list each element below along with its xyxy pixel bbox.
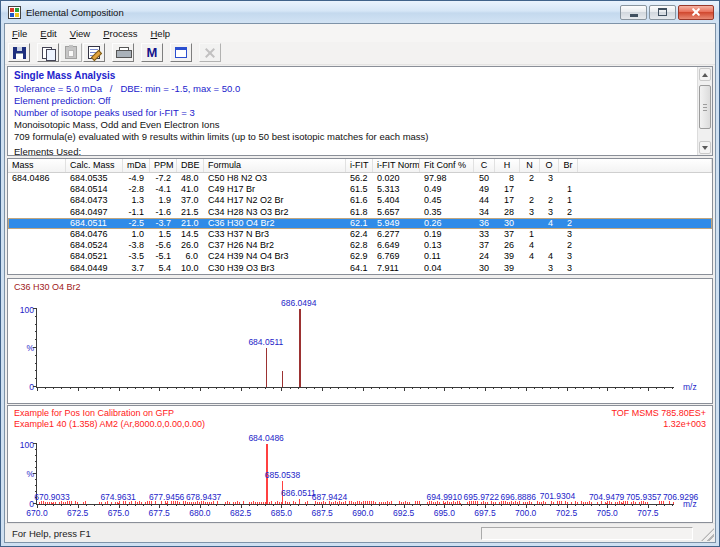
noise-tick xyxy=(199,502,200,505)
noise-tick xyxy=(545,502,546,504)
cell-filler xyxy=(578,263,712,274)
noise-tick xyxy=(365,501,366,504)
cell xyxy=(520,218,540,229)
axis-tick xyxy=(338,504,339,506)
axis-tick xyxy=(672,504,673,506)
maximize-button[interactable] xyxy=(649,5,676,20)
noise-tick xyxy=(227,501,228,504)
column-header-fit-conf-[interactable]: Fit Conf % xyxy=(420,159,474,172)
menu-view[interactable]: View xyxy=(64,26,97,41)
column-header-dbe[interactable]: DBE xyxy=(177,159,204,172)
cell: 10.0 xyxy=(177,263,204,274)
analysis-lines: Tolerance = 5.0 mDa / DBE: min = -1.5, m… xyxy=(14,83,692,156)
window-tile-icon xyxy=(175,47,187,58)
axis-tick xyxy=(257,504,258,506)
masslynx-m-button[interactable]: M xyxy=(141,43,163,62)
axis-tick xyxy=(200,387,201,391)
noise-tick xyxy=(237,501,238,504)
column-header-mda[interactable]: mDa xyxy=(123,159,150,172)
cell: 49 xyxy=(474,184,495,195)
x-tick-label: 682.5 xyxy=(230,508,251,518)
info-scrollbar[interactable] xyxy=(697,67,712,155)
x-tick-label: 672.5 xyxy=(67,508,88,518)
column-header-i-fit[interactable]: i-FIT xyxy=(346,159,373,172)
column-header-h[interactable]: H xyxy=(495,159,520,172)
column-header-calc-mass[interactable]: Calc. Mass xyxy=(66,159,123,172)
noise-tick xyxy=(513,502,514,504)
noise-tick xyxy=(71,501,72,504)
column-header-i-fit-norm[interactable]: i-FIT Norm xyxy=(373,159,420,172)
cell xyxy=(520,184,540,195)
column-header-ppm[interactable]: PPM xyxy=(150,159,177,172)
copy-button[interactable] xyxy=(37,43,59,62)
column-header-c[interactable]: C xyxy=(474,159,495,172)
table-row[interactable]: 684.0524-3.8-5.626.0C37 H26 N4 Br262.86.… xyxy=(8,240,712,251)
axis-tick xyxy=(314,387,315,389)
x-tick-label: 695.0 xyxy=(434,508,455,518)
axis-tick xyxy=(656,504,657,506)
axis-tick xyxy=(216,387,217,389)
spectrum1-plot[interactable]: 100 % 0 m/z 684.0511686.0494 xyxy=(36,309,674,388)
axis-tick xyxy=(33,503,37,504)
axis-tick xyxy=(135,504,136,506)
scrollbar-thumb[interactable] xyxy=(699,85,711,129)
save-button[interactable] xyxy=(8,43,30,62)
column-header-formula[interactable]: Formula xyxy=(204,159,346,172)
resize-grip[interactable] xyxy=(701,528,714,541)
axis-tick xyxy=(33,386,37,387)
cell: 4 xyxy=(520,240,540,251)
scroll-up-button[interactable] xyxy=(699,68,711,81)
axis-tick xyxy=(322,387,323,391)
cell xyxy=(8,229,66,240)
cell: -1.6 xyxy=(150,207,177,218)
x-tick-label: 680.0 xyxy=(189,508,210,518)
column-header-mass[interactable]: Mass xyxy=(8,159,66,172)
table-row[interactable]: 684.0511-2.5-3.721.0C36 H30 O4 Br262.15.… xyxy=(8,218,712,229)
cell: 684.0449 xyxy=(66,263,123,274)
menu-file[interactable]: File xyxy=(6,26,34,41)
cell: 8 xyxy=(495,173,520,184)
table-row[interactable]: 684.0497-1.1-1.621.5C34 H28 N3 O3 Br261.… xyxy=(8,207,712,218)
noise-tick xyxy=(391,501,392,504)
table-row[interactable]: 684.04493.75.410.0C30 H39 O3 Br364.17.91… xyxy=(8,263,712,274)
noise-tick xyxy=(59,502,60,504)
spectrum2-plot[interactable]: 100 % 0 m/z 670.9033674.9631677.9456678.… xyxy=(36,444,674,505)
column-header-o[interactable]: O xyxy=(540,159,559,172)
noise-tick xyxy=(39,502,40,504)
cell: 28 xyxy=(495,207,520,218)
noise-tick xyxy=(261,502,262,504)
table-row[interactable]: 684.0514-2.8-4.141.0C49 H17 Br61.55.3130… xyxy=(8,184,712,195)
noise-tick xyxy=(277,501,278,504)
close-button[interactable] xyxy=(678,5,714,20)
noise-tick xyxy=(417,501,418,504)
minimize-button[interactable] xyxy=(620,5,647,20)
menu-process[interactable]: Process xyxy=(97,26,144,41)
cell: 17 xyxy=(495,184,520,195)
x-tick-label: 697.5 xyxy=(474,508,495,518)
noise-tick xyxy=(53,502,54,504)
table-row[interactable]: 684.0486684.0535-4.9-7.248.0C50 H8 N2 O3… xyxy=(8,173,712,184)
peak-label: 694.9910 xyxy=(427,492,462,502)
noise-tick xyxy=(243,501,244,504)
status-bar: For Help, press F1 xyxy=(5,523,715,542)
table-row[interactable]: 684.0521-3.5-5.16.0C24 H39 N4 O4 Br362.9… xyxy=(8,251,712,262)
cell: 62.9 xyxy=(346,251,373,262)
cell: 30 xyxy=(474,263,495,274)
axis-tick xyxy=(61,504,62,506)
noise-tick xyxy=(581,501,582,504)
table-row[interactable]: 684.04761.01.514.5C33 H37 N Br362.46.277… xyxy=(8,229,712,240)
column-header-br[interactable]: Br xyxy=(559,159,578,172)
axis-tick xyxy=(420,504,421,506)
print-button[interactable] xyxy=(112,43,134,62)
menu-help[interactable]: Help xyxy=(144,26,177,41)
scroll-down-button[interactable] xyxy=(699,141,711,154)
axis-tick xyxy=(33,347,37,348)
axis-tick xyxy=(379,387,380,389)
column-header-n[interactable]: N xyxy=(520,159,540,172)
table-row[interactable]: 684.04731.31.937.0C44 H17 N2 O2 Br61.65.… xyxy=(8,195,712,206)
window-tile-button[interactable] xyxy=(170,43,192,62)
menu-edit[interactable]: Edit xyxy=(34,26,63,41)
cell: C44 H17 N2 O2 Br xyxy=(204,195,346,206)
edit-report-button[interactable] xyxy=(83,43,105,62)
axis-tick xyxy=(233,504,234,506)
